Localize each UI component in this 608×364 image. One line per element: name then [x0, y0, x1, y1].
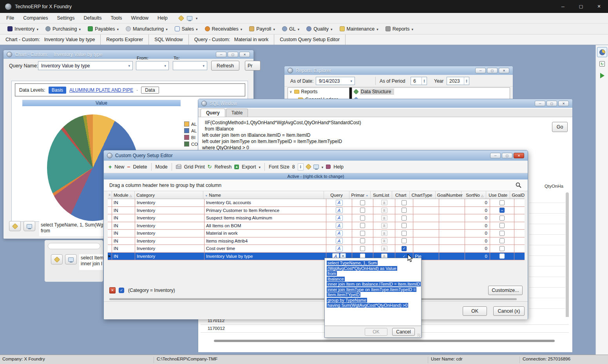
- table-row[interactable]: IN Inventory Material in work 0: [108, 230, 525, 237]
- ok-button[interactable]: OK: [463, 306, 487, 316]
- maximize-icon[interactable]: [228, 52, 238, 57]
- table-row[interactable]: IN Inventory Cost over time 0: [108, 245, 525, 253]
- query-edit-button[interactable]: [336, 215, 343, 221]
- sumlist-button[interactable]: [381, 230, 387, 236]
- table-row[interactable]: IN Inventory Primary Customer to Item Re…: [108, 207, 525, 215]
- table-row[interactable]: IN Inventory Items missing Attrib4 0: [108, 237, 525, 245]
- go-button[interactable]: Go: [552, 122, 568, 132]
- refresh-side-button[interactable]: ↻: [597, 59, 607, 69]
- query-edit-button[interactable]: [336, 238, 343, 244]
- table-row-selected[interactable]: IN Inventory Inventory Value by type Pie…: [108, 253, 525, 261]
- query-edit-button[interactable]: [336, 207, 343, 213]
- tab-table[interactable]: Table: [226, 109, 248, 117]
- monitor-icon[interactable]: [187, 16, 192, 20]
- usedate-checkbox[interactable]: [499, 238, 505, 243]
- chart-checkbox[interactable]: [402, 223, 407, 228]
- list-item-data-structure[interactable]: Data Structure: [352, 88, 510, 96]
- tab-reports-explorer[interactable]: Reports Explorer: [101, 34, 149, 45]
- column-header-goaldate[interactable]: GoalD: [510, 191, 525, 199]
- usedate-checkbox[interactable]: [499, 223, 505, 228]
- usedate-checkbox[interactable]: [499, 231, 505, 236]
- level-data-chip[interactable]: Data: [141, 87, 159, 94]
- search-icon[interactable]: [516, 182, 521, 188]
- sumlist-button[interactable]: [381, 238, 387, 244]
- note-button[interactable]: [51, 254, 63, 264]
- grid-print-button[interactable]: Grid Print: [184, 164, 205, 170]
- customize-button[interactable]: Customize...: [488, 286, 523, 295]
- toolbar-inventory[interactable]: Inventory: [4, 24, 42, 34]
- toolbar-manufacturing[interactable]: Manufacturing: [122, 24, 171, 34]
- menu-defaults[interactable]: Defaults: [84, 15, 102, 21]
- column-header-charttype[interactable]: ChartType: [410, 191, 435, 199]
- to-select[interactable]: [173, 61, 207, 70]
- toolbar-gl[interactable]: GL: [279, 24, 303, 34]
- refresh-button[interactable]: Refresh: [211, 61, 239, 71]
- minimize-icon[interactable]: [475, 68, 486, 73]
- usedate-checkbox[interactable]: [499, 216, 505, 221]
- sql-memo[interactable]: select TypeName, 1, Sum (WgtAvgCost*QtyO…: [325, 259, 421, 326]
- sumlist-button[interactable]: [381, 246, 387, 251]
- primary-checkbox[interactable]: [360, 223, 365, 228]
- query-edit-button[interactable]: [336, 223, 343, 228]
- menu-file[interactable]: File: [6, 15, 14, 21]
- close-icon[interactable]: [514, 153, 524, 158]
- menu-companies[interactable]: Companies: [23, 15, 48, 21]
- tag-icon[interactable]: [178, 15, 185, 21]
- as-of-date-select[interactable]: 9/14/2023: [316, 77, 355, 85]
- period-stepper[interactable]: 6▲▼: [411, 77, 427, 85]
- sql-window-titlebar[interactable]: SQL Window: [198, 99, 572, 108]
- primary-checkbox[interactable]: [360, 231, 365, 236]
- maximize-icon[interactable]: [546, 101, 557, 106]
- sumlist-button[interactable]: [381, 215, 387, 221]
- level-basis-chip[interactable]: Basis: [49, 87, 66, 94]
- primary-checkbox[interactable]: [360, 238, 365, 243]
- usedate-checkbox[interactable]: [499, 208, 505, 213]
- chart-checkbox[interactable]: [402, 208, 407, 213]
- chart-checkbox[interactable]: [402, 200, 407, 205]
- chart-checkbox[interactable]: [402, 246, 407, 251]
- export-button[interactable]: [24, 221, 35, 231]
- query-edit-button[interactable]: [336, 246, 343, 252]
- export-button[interactable]: [65, 254, 77, 264]
- tree-item-reports[interactable]: ∨Reports: [288, 88, 349, 96]
- primary-checkbox[interactable]: [360, 200, 365, 205]
- column-header-sortno[interactable]: SortNo: [461, 191, 486, 199]
- mode-button[interactable]: Mode: [156, 164, 168, 170]
- menu-help[interactable]: Help: [157, 15, 168, 21]
- column-header-sumlist[interactable]: SumList: [371, 191, 392, 199]
- active-status-bar[interactable]: Active - (right-click to change): [104, 173, 528, 179]
- stepper-arrows-icon[interactable]: ▲▼: [422, 77, 427, 85]
- minimize-icon[interactable]: [216, 52, 226, 57]
- usedate-checkbox[interactable]: [499, 246, 505, 251]
- primary-checkbox[interactable]: [360, 246, 365, 251]
- table-row[interactable]: IN Inventory Inventory GL accounts 0: [108, 199, 525, 207]
- chart-checkbox[interactable]: [402, 231, 407, 236]
- popup-cancel-button[interactable]: Cancel: [392, 328, 415, 336]
- toolbar-payables[interactable]: Payables: [84, 24, 122, 34]
- chevron-down-icon[interactable]: ∨: [290, 90, 292, 94]
- query-edit-button[interactable]: [336, 230, 343, 236]
- column-header-module[interactable]: Module: [112, 191, 135, 199]
- chevron-down-icon[interactable]: [322, 164, 324, 170]
- column-header-usedate[interactable]: Use Date: [486, 191, 510, 199]
- close-icon[interactable]: [590, 0, 608, 13]
- close-icon[interactable]: [558, 101, 569, 106]
- primary-checkbox[interactable]: [360, 208, 365, 213]
- refresh-button[interactable]: Refresh: [215, 164, 232, 170]
- column-header-chart[interactable]: Chart: [392, 191, 410, 199]
- export-button[interactable]: Export: [242, 164, 256, 170]
- column-header-category[interactable]: Category: [135, 191, 203, 199]
- year-stepper[interactable]: 2023▲▼: [447, 77, 469, 85]
- tab-custom-query-setup-editor[interactable]: Custom Query Setup Editor: [274, 34, 346, 45]
- delete-button[interactable]: Delete: [133, 164, 147, 170]
- menu-settings[interactable]: Settings: [57, 15, 74, 21]
- filter-checkbox[interactable]: [119, 288, 124, 293]
- print-button[interactable]: Pr: [245, 61, 261, 71]
- reports-window-titlebar[interactable]: Reports Explorer: [284, 66, 513, 75]
- stepper-arrows-icon[interactable]: ▲▼: [464, 77, 469, 85]
- tab-query[interactable]: Query: [201, 109, 225, 117]
- horizontal-scrollbar[interactable]: [214, 340, 555, 342]
- groupby-hint-row[interactable]: Drag a column header here to group by th…: [104, 179, 528, 191]
- usedate-checkbox[interactable]: [499, 200, 505, 205]
- maximize-icon[interactable]: [572, 0, 590, 13]
